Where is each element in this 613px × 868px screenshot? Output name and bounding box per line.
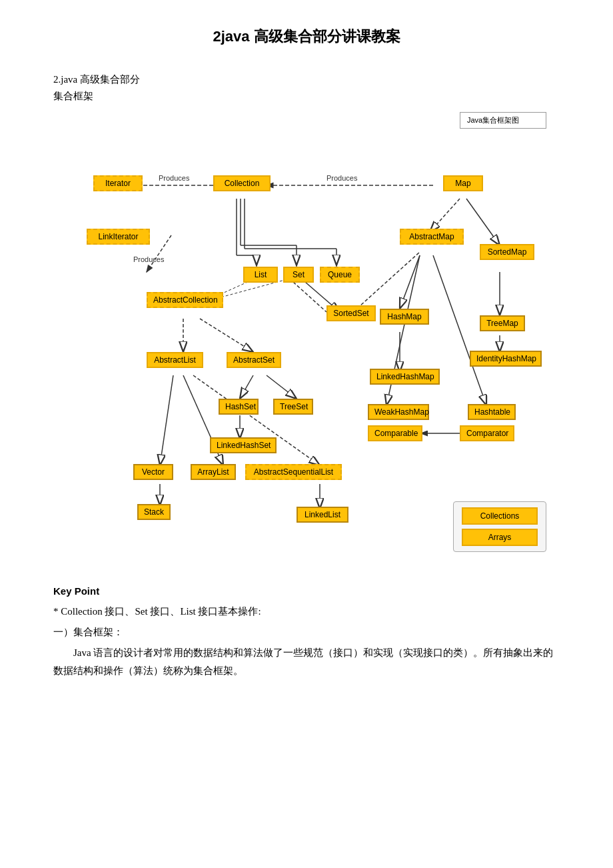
legend-arrays: Arrays (462, 529, 538, 546)
keypoint-item1: * Collection 接口、Set 接口、List 接口基本操作: (53, 603, 560, 619)
diagram-container: Java集合框架图 Produces (60, 112, 553, 565)
legend-collections: Collections (462, 507, 538, 525)
section2-label: 集合框架 (53, 90, 560, 103)
svg-line-17 (147, 235, 171, 272)
keypoint-body1: Java 语言的设计者对常用的数据结构和算法做了一些规范（接口）和实现（实现接口… (53, 644, 560, 680)
node-hashset: HashSet (219, 399, 259, 415)
svg-line-34 (433, 255, 486, 405)
node-stack: Stack (137, 504, 171, 520)
node-treemap: TreeMap (480, 315, 525, 331)
node-iterator: Iterator (93, 175, 143, 191)
section1-label: 2.java 高级集合部分 (53, 73, 560, 86)
node-treeset: TreeSet (273, 399, 313, 415)
node-abstractsequentiallist: AbstractSequentialList (245, 464, 342, 480)
node-weakhasmap: WeakHashMap (368, 404, 429, 420)
svg-text:Produces: Produces (159, 174, 190, 182)
svg-line-13 (430, 199, 460, 232)
svg-line-16 (200, 319, 253, 352)
svg-line-22 (267, 375, 297, 399)
node-list: List (243, 267, 278, 283)
node-map: Map (443, 175, 483, 191)
node-abstractcollection: AbstractCollection (147, 292, 223, 308)
node-sortedmap: SortedMap (480, 244, 534, 260)
node-arraylist: ArrayList (191, 464, 236, 480)
node-identityhashmap: IdentityHashMap (470, 351, 542, 367)
svg-text:Produces: Produces (326, 174, 358, 182)
node-vector: Vector (133, 464, 173, 480)
node-abstractlist: AbstractList (147, 352, 203, 368)
legend-box: Collections Arrays (453, 501, 546, 552)
node-hashtable: Hashtable (468, 404, 516, 420)
node-linkedhashset: LinkedHashSet (210, 437, 277, 453)
node-queue: Queue (320, 267, 360, 283)
node-abstractmap: AbstractMap (400, 229, 464, 245)
node-linkedlist: LinkedList (297, 507, 348, 523)
page-title: 2java 高级集合部分讲课教案 (53, 27, 560, 47)
svg-text:Produces: Produces (133, 255, 165, 263)
node-collection: Collection (213, 175, 271, 191)
node-linkedhashmap: LinkedHashMap (370, 369, 440, 385)
node-comparator: Comparator (460, 425, 514, 441)
svg-line-14 (466, 199, 500, 245)
keypoint-item2: 一）集合框架： (53, 626, 560, 639)
node-abstractset: AbstractSet (227, 352, 281, 368)
node-hashmap: HashMap (380, 309, 429, 325)
svg-line-21 (240, 375, 253, 399)
node-comparable: Comparable (368, 425, 422, 441)
node-set: Set (283, 267, 314, 283)
svg-line-24 (160, 375, 173, 465)
node-linkiterator: LinkIterator (87, 229, 150, 245)
node-sortedset: SortedSet (326, 305, 376, 321)
keypoint-title: Key Point (53, 585, 560, 597)
